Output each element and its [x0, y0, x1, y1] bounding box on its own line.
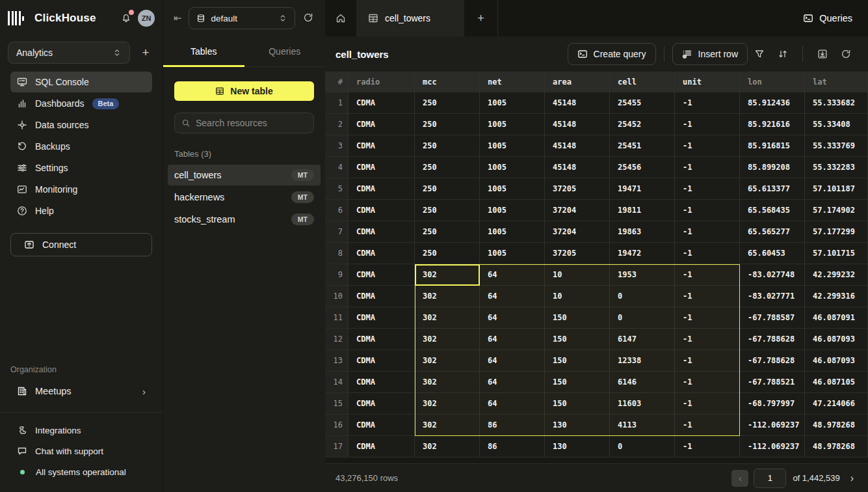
- grid-cell[interactable]: 37204: [545, 221, 610, 243]
- grid-cell[interactable]: -1: [675, 200, 740, 221]
- grid-cell[interactable]: -1: [675, 178, 740, 200]
- grid-cell[interactable]: 302: [415, 436, 480, 458]
- grid-cell[interactable]: 6147: [610, 329, 675, 350]
- grid-cell[interactable]: 85.916815: [740, 135, 805, 157]
- page-number-input[interactable]: [754, 469, 786, 488]
- grid-cell[interactable]: 1005: [480, 114, 545, 135]
- grid-cell[interactable]: -1: [675, 436, 740, 458]
- tab-cell-towers[interactable]: cell_towers: [356, 0, 464, 36]
- grid-cell[interactable]: 57.177299: [805, 221, 868, 243]
- grid-cell[interactable]: 55.333769: [805, 135, 868, 157]
- column-header-radio[interactable]: radio: [349, 72, 415, 92]
- grid-cell[interactable]: -1: [675, 329, 740, 350]
- grid-cell[interactable]: CDMA: [349, 92, 415, 114]
- grid-cell[interactable]: CDMA: [349, 415, 415, 436]
- grid-cell[interactable]: 57.174902: [805, 200, 868, 221]
- collapse-panel-button[interactable]: ⇤: [174, 12, 182, 24]
- sidebar-item-monitoring[interactable]: Monitoring: [10, 179, 152, 200]
- grid-cell[interactable]: 45148: [545, 135, 610, 157]
- sidebar-item-system-status[interactable]: All systems operational: [10, 462, 152, 482]
- grid-cell[interactable]: 1005: [480, 92, 545, 114]
- grid-cell[interactable]: 46.087091: [805, 307, 868, 329]
- grid-cell[interactable]: 19811: [610, 200, 675, 221]
- row-number[interactable]: 1: [325, 92, 349, 114]
- grid-cell[interactable]: 250: [415, 178, 480, 200]
- grid-cell[interactable]: 302: [415, 307, 480, 329]
- grid-cell[interactable]: 19472: [610, 243, 675, 264]
- grid-cell[interactable]: 1005: [480, 221, 545, 243]
- grid-cell[interactable]: 150: [545, 372, 610, 393]
- filter-button[interactable]: [750, 44, 769, 64]
- grid-cell[interactable]: 85.921616: [740, 114, 805, 135]
- insert-row-button[interactable]: Insert row: [672, 43, 748, 65]
- refresh-table-button[interactable]: [836, 44, 856, 64]
- grid-cell[interactable]: 1005: [480, 243, 545, 264]
- grid-cell[interactable]: -1: [675, 243, 740, 264]
- grid-cell[interactable]: -67.788587: [740, 307, 805, 329]
- grid-cell[interactable]: 85.899208: [740, 157, 805, 178]
- grid-cell[interactable]: 250: [415, 243, 480, 264]
- sidebar-item-settings[interactable]: Settings: [10, 157, 152, 178]
- column-header-area[interactable]: area: [545, 72, 610, 92]
- avatar[interactable]: ZN: [138, 10, 155, 27]
- grid-cell[interactable]: 302: [415, 286, 480, 307]
- row-number[interactable]: 12: [325, 329, 349, 350]
- grid-cell[interactable]: 25456: [610, 157, 675, 178]
- queries-button[interactable]: Queries: [794, 7, 861, 30]
- grid-cell[interactable]: 64: [480, 264, 545, 286]
- grid-cell[interactable]: -1: [675, 92, 740, 114]
- column-header-cell[interactable]: cell: [610, 72, 675, 92]
- create-query-button[interactable]: Create query: [568, 43, 656, 65]
- grid-cell[interactable]: 64: [480, 286, 545, 307]
- grid-cell[interactable]: 302: [415, 350, 480, 372]
- grid-cell[interactable]: CDMA: [349, 264, 415, 286]
- grid-cell[interactable]: -67.788628: [740, 350, 805, 372]
- grid-cell[interactable]: 130: [545, 415, 610, 436]
- grid-cell[interactable]: 85.912436: [740, 92, 805, 114]
- grid-cell[interactable]: -1: [675, 307, 740, 329]
- column-header-net[interactable]: net: [480, 72, 545, 92]
- grid-cell[interactable]: 150: [545, 329, 610, 350]
- grid-cell[interactable]: 1005: [480, 178, 545, 200]
- grid-cell[interactable]: CDMA: [349, 393, 415, 415]
- grid-cell[interactable]: 48.978268: [805, 415, 868, 436]
- add-workspace-button[interactable]: +: [137, 44, 155, 62]
- table-list-item-stocks-stream[interactable]: stocks_stream MT: [168, 209, 321, 230]
- grid-cell[interactable]: CDMA: [349, 329, 415, 350]
- sort-button[interactable]: [773, 44, 793, 64]
- grid-cell[interactable]: CDMA: [349, 114, 415, 135]
- row-number[interactable]: 4: [325, 157, 349, 178]
- grid-cell[interactable]: -67.788521: [740, 372, 805, 393]
- grid-cell[interactable]: 86: [480, 415, 545, 436]
- row-number[interactable]: 3: [325, 135, 349, 157]
- grid-cell[interactable]: 12338: [610, 350, 675, 372]
- grid-cell[interactable]: 55.33408: [805, 114, 868, 135]
- grid-cell[interactable]: 64: [480, 307, 545, 329]
- grid-cell[interactable]: 150: [545, 393, 610, 415]
- grid-cell[interactable]: -1: [675, 135, 740, 157]
- row-number[interactable]: 7: [325, 221, 349, 243]
- grid-cell[interactable]: 10: [545, 264, 610, 286]
- grid-cell[interactable]: 65.565277: [740, 221, 805, 243]
- sidebar-item-dashboards[interactable]: Dashboards Beta: [10, 93, 152, 114]
- grid-cell[interactable]: CDMA: [349, 372, 415, 393]
- grid-cell[interactable]: 55.333682: [805, 92, 868, 114]
- grid-cell[interactable]: -1: [675, 221, 740, 243]
- sidebar-item-help[interactable]: Help: [10, 200, 152, 221]
- grid-cell[interactable]: 46.087105: [805, 372, 868, 393]
- row-number-header[interactable]: #: [325, 72, 349, 92]
- grid-cell[interactable]: 130: [545, 436, 610, 458]
- grid-cell[interactable]: 1005: [480, 135, 545, 157]
- grid-cell[interactable]: 25452: [610, 114, 675, 135]
- grid-cell[interactable]: 0: [610, 307, 675, 329]
- grid-cell[interactable]: 47.214066: [805, 393, 868, 415]
- row-number[interactable]: 8: [325, 243, 349, 264]
- search-input[interactable]: [196, 118, 307, 128]
- grid-cell[interactable]: -1: [675, 157, 740, 178]
- grid-cell[interactable]: 25455: [610, 92, 675, 114]
- row-number[interactable]: 6: [325, 200, 349, 221]
- database-select[interactable]: default: [189, 7, 295, 29]
- grid-cell[interactable]: -112.069237: [740, 415, 805, 436]
- row-number[interactable]: 5: [325, 178, 349, 200]
- grid-cell[interactable]: -83.027748: [740, 264, 805, 286]
